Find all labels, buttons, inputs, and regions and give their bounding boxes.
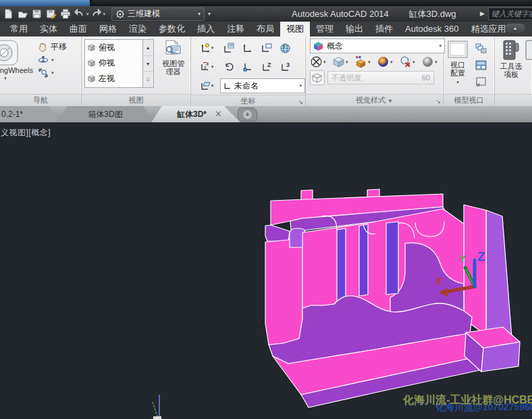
- ribbon-tab[interactable]: 管理: [310, 22, 340, 36]
- quick-access-toolbar: ▾ ▾ 三维建模 ▾ ▾ Autodesk AutoCAD 2014 缸体3D.…: [0, 6, 532, 22]
- qat-flyout-caret-icon[interactable]: ▾: [208, 11, 211, 17]
- view-list-item[interactable]: 左视: [85, 71, 142, 87]
- drawing-tab[interactable]: 箱体3D图: [57, 106, 154, 122]
- new-file-icon[interactable]: [2, 8, 15, 20]
- ucs-named-button[interactable]: [220, 39, 238, 57]
- ribbon-tab[interactable]: 实体: [34, 22, 63, 36]
- tool-palettes-icon: [502, 39, 520, 61]
- panel-label-visual-styles: 视觉样式▼ ↘: [306, 94, 443, 106]
- undo-caret-icon[interactable]: ▾: [86, 11, 89, 17]
- view-manager-label: 视图管理器: [162, 59, 185, 76]
- ribbon-minimize-button[interactable]: ▲: [505, 24, 525, 33]
- ucs-name-combo[interactable]: 未命名 ▾: [220, 78, 305, 93]
- opacity-slider[interactable]: 不透明度 60: [327, 71, 434, 84]
- axis-x-label: X: [435, 275, 442, 287]
- xray-button[interactable]: [310, 70, 325, 85]
- steeringwheels-button[interactable]: ngWheels ▾: [0, 36, 35, 94]
- viewport-config-button[interactable]: 视口配置 ▾: [444, 36, 472, 94]
- caret-icon: ▾: [346, 59, 348, 65]
- drawing-tab[interactable]: 0.2-1*: [0, 106, 59, 122]
- 3d-model-render: X Y Z: [0, 122, 532, 419]
- ucs-object-button[interactable]: [258, 39, 275, 57]
- plot-icon[interactable]: [59, 8, 72, 20]
- save-as-icon[interactable]: [45, 8, 57, 20]
- app-title: Autodesk AutoCAD 2014: [292, 9, 389, 19]
- panel-label-coordinates: 坐标 ↘: [191, 95, 305, 106]
- ucs-3point-button[interactable]: 3: [277, 58, 294, 76]
- drawing-tab-active[interactable]: 缸体3D* ✕: [151, 106, 240, 122]
- search-expand-arrow-icon[interactable]: ▶: [480, 10, 485, 17]
- caret-icon: ▾: [456, 80, 459, 84]
- workspace-switcher[interactable]: 三维建模 ▾: [111, 7, 205, 21]
- ribbon-tab[interactable]: 参数化: [153, 22, 191, 36]
- tool-palettes-button[interactable]: 工具选项板: [498, 36, 525, 94]
- panel-flyout-caret-icon[interactable]: ▼: [388, 98, 393, 104]
- ribbon-tab[interactable]: 插入: [191, 22, 221, 36]
- view-manager-button[interactable]: 视图管理器: [157, 36, 190, 94]
- ribbon-tab[interactable]: 网格: [93, 22, 123, 36]
- ribbon-tab[interactable]: Autodesk 360: [399, 22, 465, 36]
- ucs-world-globe-button[interactable]: [277, 39, 294, 57]
- ucs-view-plane-button[interactable]: ▾: [194, 77, 219, 95]
- drawing-canvas[interactable]: 义视图][概念]: [0, 122, 532, 419]
- shadow-mode-button[interactable]: ▾: [421, 55, 442, 68]
- ribbon-tab[interactable]: 布局: [250, 22, 280, 36]
- materials-sphere-icon: [377, 55, 390, 68]
- ribbon: ngWheels ▾ 平移 ▾: [0, 36, 532, 106]
- view-list-item[interactable]: 俯视: [85, 40, 142, 55]
- ucs-z-axis-button[interactable]: Z: [258, 58, 275, 76]
- named-viewports-button[interactable]: [473, 41, 489, 55]
- ribbon-tab[interactable]: 视图: [280, 22, 310, 36]
- search-input[interactable]: 键入关键字或: [488, 7, 532, 20]
- texture-off-button[interactable]: ▾: [399, 55, 420, 68]
- panel-launcher-icon[interactable]: ↘: [435, 96, 441, 107]
- view-list-scrollbar[interactable]: ▲ ▼ ⍗: [143, 39, 154, 88]
- new-drawing-tab-button[interactable]: +: [238, 107, 257, 122]
- ucs-previous-button[interactable]: [220, 58, 238, 76]
- redo-caret-icon[interactable]: ▾: [103, 11, 106, 17]
- view-list-item[interactable]: 仰视: [85, 55, 142, 71]
- view-cube-icon: [87, 59, 96, 68]
- undo-icon[interactable]: [73, 8, 86, 20]
- ucs-origin-button[interactable]: [239, 58, 257, 76]
- save-icon[interactable]: [30, 8, 43, 20]
- materials-button[interactable]: ▾: [377, 55, 398, 68]
- orbit-button[interactable]: ▾: [38, 55, 67, 66]
- ucs-rotate-x-button[interactable]: x ▾: [194, 58, 219, 76]
- panel-views: 俯视 仰视: [82, 36, 191, 106]
- properties-palette-button-partial[interactable]: [525, 36, 532, 94]
- scroll-up-icon[interactable]: ▲: [143, 40, 153, 56]
- steeringwheels-label: ngWheels: [0, 66, 35, 74]
- edge-mode-button[interactable]: ▾: [310, 55, 331, 68]
- scroll-down-icon[interactable]: ▼: [143, 56, 153, 72]
- ribbon-tab[interactable]: 常用: [4, 22, 34, 36]
- ribbon-tab[interactable]: 曲面: [63, 22, 93, 36]
- title-strip-blue: [0, 0, 90, 6]
- face-color-mode-button[interactable]: ▾: [354, 55, 375, 68]
- plus-icon: +: [243, 110, 252, 119]
- ribbon-tab[interactable]: 渲染: [123, 22, 153, 36]
- ribbon-tab[interactable]: 输出: [340, 22, 369, 36]
- redo-icon[interactable]: [90, 8, 103, 20]
- ucs-show-icon-button[interactable]: ▾: [194, 39, 219, 57]
- caret-icon: ▾: [413, 59, 415, 65]
- face-style-button[interactable]: ▾: [332, 55, 353, 68]
- scroll-open-icon[interactable]: ⍗: [143, 72, 153, 87]
- pan-button[interactable]: 平移: [38, 41, 67, 53]
- panel-palettes: 工具选项板: [495, 36, 532, 106]
- axis-y-label: Y: [459, 253, 466, 264]
- caret-icon: ▾: [211, 83, 214, 89]
- join-viewports-button[interactable]: [473, 57, 489, 72]
- restore-viewport-button[interactable]: [473, 74, 489, 89]
- ucs-world-button[interactable]: [239, 39, 257, 57]
- magnifier-off-icon: [399, 55, 412, 68]
- visual-style-combo[interactable]: 概念 ▾: [310, 39, 445, 53]
- ribbon-tab[interactable]: 注释: [221, 22, 250, 36]
- tab-close-icon[interactable]: ✕: [215, 106, 222, 122]
- ribbon-tab[interactable]: 插件: [369, 22, 399, 36]
- open-file-icon[interactable]: [16, 8, 29, 20]
- face-color-icon: [354, 55, 367, 68]
- zoom-extents-button[interactable]: ▾: [38, 68, 67, 78]
- crosshair-cursor: [153, 395, 161, 419]
- drawing-tab-bar: 0.2-1* 箱体3D图 缸体3D* ✕ +: [0, 106, 532, 122]
